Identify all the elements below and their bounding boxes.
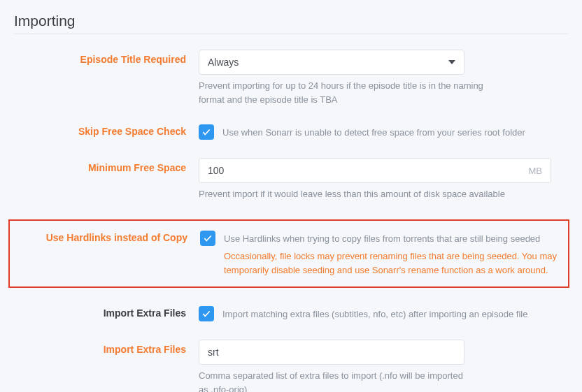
row-hardlinks: Use Hardlinks instead of Copy Use Hardli… bbox=[8, 219, 569, 289]
label-import-extra-toggle: Import Extra Files bbox=[104, 307, 186, 319]
help-episode-title-required: Prevent importing for up to 24 hours if … bbox=[199, 79, 492, 106]
unit-min-free-space: MB bbox=[529, 166, 543, 176]
input-wrap-extra-files bbox=[199, 340, 464, 365]
row-skip-free-space: Skip Free Space Check Use when Sonarr is… bbox=[14, 124, 568, 140]
section-divider bbox=[14, 34, 568, 34]
input-wrap-min-free-space: MB bbox=[199, 158, 551, 183]
label-min-free-space: Minimum Free Space bbox=[88, 162, 186, 173]
row-import-extra-toggle: Import Extra Files Import matching extra… bbox=[14, 306, 568, 321]
section-title: Importing bbox=[14, 13, 568, 29]
check-icon bbox=[203, 233, 213, 243]
row-episode-title-required: Episode Title Required Always Prevent im… bbox=[14, 50, 568, 106]
input-extra-files[interactable] bbox=[208, 347, 455, 358]
select-value: Always bbox=[208, 57, 239, 68]
importing-section: Importing Episode Title Required Always … bbox=[0, 0, 582, 392]
label-episode-title-required: Episode Title Required bbox=[80, 54, 186, 65]
help-import-extra-toggle: Import matching extra files (subtitles, … bbox=[222, 306, 527, 321]
checkbox-import-extra[interactable] bbox=[199, 306, 214, 321]
checkbox-hardlinks[interactable] bbox=[200, 231, 215, 246]
label-import-extra-files: Import Extra Files bbox=[104, 344, 186, 355]
input-min-free-space[interactable] bbox=[208, 165, 529, 176]
row-min-free-space: Minimum Free Space MB Prevent import if … bbox=[14, 158, 568, 201]
help-min-free-space: Prevent import if it would leave less th… bbox=[199, 187, 534, 201]
select-episode-title-required[interactable]: Always bbox=[199, 50, 464, 75]
label-hardlinks: Use Hardlinks instead of Copy bbox=[46, 232, 187, 243]
label-skip-free-space: Skip Free Space Check bbox=[78, 126, 186, 137]
check-icon bbox=[201, 127, 211, 137]
row-import-extra-files: Import Extra Files Comma separated list … bbox=[14, 340, 568, 392]
check-icon bbox=[201, 309, 211, 319]
caret-down-icon bbox=[448, 60, 455, 64]
warn-hardlinks: Occasionally, file locks may prevent ren… bbox=[224, 249, 562, 277]
help-skip-free-space: Use when Sonarr is unable to detect free… bbox=[222, 124, 525, 140]
help-hardlinks: Use Hardlinks when trying to copy files … bbox=[224, 231, 562, 246]
help-extra-files-1: Comma separated list of extra files to i… bbox=[199, 369, 464, 392]
checkbox-skip-free-space[interactable] bbox=[199, 124, 214, 140]
